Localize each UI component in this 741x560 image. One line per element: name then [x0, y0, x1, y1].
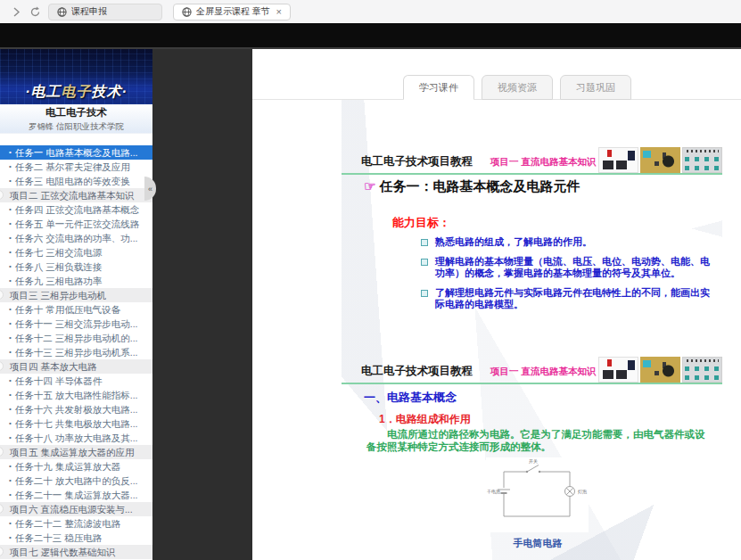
sidebar-item-task[interactable]: •任务二 基尔霍夫定律及应用: [0, 160, 152, 174]
sidebar-item-task[interactable]: •任务二十一 集成运算放大器...: [0, 488, 152, 502]
switch-label: 开关: [529, 458, 538, 464]
sidebar-section-header[interactable]: 项目四 基本放大电路: [0, 359, 152, 374]
globe-icon: [57, 7, 67, 17]
flashlight-circuit-diagram: 开关 干电池 灯泡: [486, 457, 589, 532]
sidebar-item-label: 任务三 电阻电路的等效变换: [15, 174, 130, 188]
sidebar-section-header[interactable]: 项目六 直流稳压电源安装与...: [0, 502, 152, 516]
slide-header-title: 电工电子技术项目教程: [361, 364, 473, 379]
bullet-dot-icon: •: [9, 416, 12, 431]
pcb-board-photo: [640, 147, 680, 173]
bullet-dot-icon: •: [9, 474, 12, 488]
sidebar-item-task[interactable]: •任务一 电路基本概念及电路...: [0, 145, 152, 160]
bullet-dot-icon: •: [9, 388, 12, 402]
course-sidebar: ·电工电子技术· 电工电子技术 罗锦锋 信阳职业技术学院 •任务一 电路基本概念…: [0, 49, 152, 560]
goal-bullet-text: 了解理想电路元件与实际电路元件在电特性上的不同，能画出实际电路的电路模型。: [435, 287, 713, 310]
sidebar-item-task[interactable]: •任务四 正弦交流电路基本概念: [0, 202, 152, 217]
bullet-dot-icon: •: [9, 488, 12, 502]
sidebar-item-task[interactable]: •任务二十二 整流滤波电路: [0, 516, 152, 531]
sidebar-item-label: 任务二十 放大电路中的负反...: [15, 474, 138, 488]
sidebar-course-list: •任务一 电路基本概念及电路...•任务二 基尔霍夫定律及应用•任务三 电阻电路…: [0, 145, 152, 560]
sidebar-item-label: 任务九 三相电路功率: [15, 274, 102, 288]
sidebar-item-label: 任务十二 三相异步电动机的...: [15, 331, 138, 345]
browser-tab-fullscreen-course[interactable]: 全屏显示课程 章节 ×: [173, 4, 291, 21]
sidebar-item-label: 任务六 交流电路的功率、功...: [15, 231, 138, 245]
sidebar-item-label: 项目七 逻辑代数基础知识: [10, 545, 115, 559]
figure-caption: 手电筒电路: [475, 537, 600, 550]
bullet-dot-icon: •: [9, 317, 12, 331]
sidebar-section-header[interactable]: 项目二 正弦交流电路基本知识: [0, 188, 152, 202]
bullet-dot-icon: •: [9, 245, 12, 259]
pointing-finger-icon: ☞: [364, 178, 375, 194]
refresh-icon[interactable]: [29, 6, 41, 18]
sidebar-item-label: 项目六 直流稳压电源安装与...: [10, 502, 133, 516]
bullet-dot-icon: •: [9, 145, 12, 160]
goal-bullet-list: 熟悉电路的组成，了解电路的作用。理解电路的基本物理量（电流、电压、电位、电动势、…: [421, 236, 713, 318]
sidebar-section-header[interactable]: 项目七 逻辑代数基础知识: [0, 545, 152, 559]
content-tab[interactable]: 学习课件: [403, 75, 474, 100]
course-info: 电工电子技术 罗锦锋 信阳职业技术学院: [0, 104, 152, 134]
square-bullet-icon: [421, 259, 428, 266]
sidebar-item-label: 任务四 正弦交流电路基本概念: [15, 202, 139, 217]
sidebar-item-task[interactable]: •任务六 交流电路的功率、功...: [0, 231, 152, 245]
goal-bullet-text: 熟悉电路的组成，了解电路的作用。: [435, 236, 592, 248]
sidebar-item-task[interactable]: •任务十八 功率放大电路及其...: [0, 431, 152, 445]
sidebar-item-task[interactable]: •任务二十 放大电路中的负反...: [0, 474, 152, 488]
bullet-dot-icon: •: [9, 431, 12, 445]
sidebar-item-task[interactable]: •任务十九 集成运算放大器: [0, 459, 152, 474]
goal-bullet: 理解电路的基本物理量（电流、电压、电位、电动势、电能、电功率）的概念，掌握电路的…: [421, 256, 713, 279]
slide-header-title: 电工电子技术项目教程: [361, 154, 473, 169]
sidebar-item-task[interactable]: •任务十二 三相异步电动机的...: [0, 331, 152, 345]
sidebar-item-task[interactable]: •任务二十三 稳压电路: [0, 531, 152, 545]
sidebar-item-label: 任务十六 共发射极放大电路...: [15, 402, 138, 416]
sidebar-item-task[interactable]: •任务十 常用低压电气设备: [0, 302, 152, 317]
sidebar-section-header[interactable]: 项目三 三相异步电动机: [0, 288, 152, 302]
content-tabbar: 学习课件视频资源习题巩固: [403, 75, 631, 100]
sidebar-item-task[interactable]: •任务十六 共发射极放大电路...: [0, 402, 152, 416]
bullet-dot-icon: •: [9, 274, 12, 288]
slide-stack: 电工电子技术项目教程 项目一 直流电路基本知识 ☞任务一：电路基本概念及电路元件…: [342, 100, 722, 560]
sidebar-item-task[interactable]: •任务十一 三相交流异步电动...: [0, 317, 152, 331]
slide1-task-title-text: 任务一：电路基本概念及电路元件: [379, 178, 580, 194]
course-title: 电工电子技术: [0, 104, 152, 119]
square-bullet-icon: [421, 239, 428, 246]
sidebar-item-label: 任务二十一 集成运算放大器...: [15, 488, 138, 502]
slide-scroll-area[interactable]: 电工电子技术项目教程 项目一 直流电路基本知识 ☞任务一：电路基本概念及电路元件…: [252, 100, 741, 560]
sidebar-section-header[interactable]: 项目五 集成运算放大器的应用: [0, 445, 152, 459]
bullet-dot-icon: •: [9, 231, 12, 245]
banner-title-part: 电子: [62, 84, 92, 99]
sidebar-item-label: 任务十 常用低压电气设备: [15, 302, 120, 317]
relay-board-photo: [598, 357, 638, 383]
slide1-header: 电工电子技术项目教程 项目一 直流电路基本知识: [342, 146, 722, 175]
sidebar-item-task[interactable]: •任务八 三相负载连接: [0, 259, 152, 274]
sidebar-item-label: 项目三 三相异步电动机: [10, 288, 106, 302]
slide-header-project: 项目一 直流电路基本知识: [490, 366, 596, 378]
square-bullet-icon: [421, 290, 428, 297]
sidebar-item-task[interactable]: •任务五 单一元件正弦交流线路: [0, 217, 152, 231]
top-black-bar: [0, 23, 741, 49]
sidebar-item-label: 项目四 基本放大电路: [10, 359, 96, 374]
course-banner-image: ·电工电子技术·: [0, 49, 152, 104]
sidebar-item-task[interactable]: •任务七 三相交流电源: [0, 245, 152, 259]
sidebar-item-label: 任务十四 半导体器件: [15, 374, 102, 388]
sidebar-item-task[interactable]: •任务十七 共集电极放大电路...: [0, 416, 152, 431]
content-tab[interactable]: 视频资源: [482, 75, 553, 100]
bullet-dot-icon: •: [9, 374, 12, 388]
sidebar-item-label: 任务十五 放大电路性能指标...: [15, 388, 138, 402]
sidebar-item-task[interactable]: •任务三 电阻电路的等效变换: [0, 174, 152, 188]
globe-icon: [182, 7, 192, 17]
forward-icon[interactable]: [11, 6, 22, 18]
content-tab[interactable]: 习题巩固: [560, 75, 631, 100]
slide1-task-title: ☞任务一：电路基本概念及电路元件: [364, 178, 580, 195]
sidebar-collapse-handle[interactable]: «: [144, 177, 156, 201]
sidebar-item-task[interactable]: •任务九 三相电路功率: [0, 274, 152, 288]
sidebar-item-label: 任务八 三相负载连接: [15, 259, 102, 274]
bullet-dot-icon: •: [9, 202, 12, 217]
sidebar-item-task[interactable]: •任务十五 放大电路性能指标...: [0, 388, 152, 402]
tab-close-icon[interactable]: ×: [276, 7, 282, 17]
sidebar-item-label: 任务一 电路基本概念及电路...: [15, 145, 138, 160]
sidebar-item-task[interactable]: •任务十三 三相异步电动机系...: [0, 345, 152, 359]
browser-tab-course-apply[interactable]: 课程申报: [48, 4, 162, 21]
sidebar-item-label: 任务十七 共集电极放大电路...: [15, 416, 138, 431]
sidebar-item-task[interactable]: •任务十四 半导体器件: [0, 374, 152, 388]
goal-bullet: 熟悉电路的组成，了解电路的作用。: [421, 236, 713, 248]
